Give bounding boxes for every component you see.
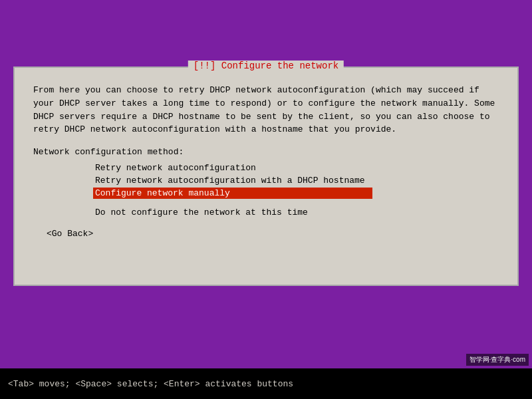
watermark: 智学网·查字典·com [466, 354, 529, 366]
options-list: Retry network autoconfiguration Retry ne… [93, 162, 499, 200]
background: [!!] Configure the network From here you… [0, 0, 532, 399]
option-retry-dhcp[interactable]: Retry network autoconfiguration with a D… [93, 175, 499, 186]
bottom-bar: <Tab> moves; <Space> selects; <Enter> ac… [0, 368, 532, 399]
option-retry[interactable]: Retry network autoconfiguration [93, 162, 499, 174]
dialog-box: [!!] Configure the network From here you… [13, 66, 519, 286]
section-label: Network configuration method: [33, 147, 499, 157]
bottom-help-text: <Tab> moves; <Space> selects; <Enter> ac… [8, 379, 293, 389]
option-do-not-configure[interactable]: Do not configure the network at this tim… [93, 207, 499, 218]
go-back-button[interactable]: <Go Back> [47, 229, 499, 239]
option-configure-manually[interactable]: Configure network manually [93, 188, 372, 199]
description-text: From here you can choose to retry DHCP n… [33, 84, 499, 136]
dialog-title: [!!] Configure the network [188, 61, 344, 71]
